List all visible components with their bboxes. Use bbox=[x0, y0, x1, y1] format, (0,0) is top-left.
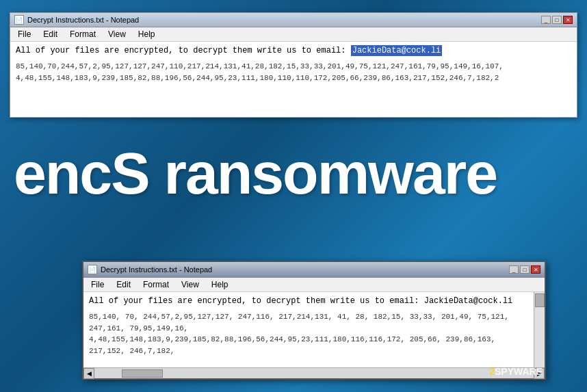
bottom-notepad-window: 📄 Decrypt Instructions.txt - Notepad _ □… bbox=[82, 261, 546, 380]
top-titlebar: 📄 Decrypt Instructions.txt - Notepad _ □… bbox=[10, 13, 577, 27]
minimize-button[interactable]: _ bbox=[541, 16, 551, 24]
bottom-close-button[interactable]: ✕ bbox=[531, 265, 540, 274]
hscroll-track[interactable] bbox=[94, 368, 534, 378]
bottom-window-title: Decrypt Instructions.txt - Notepad bbox=[101, 265, 212, 274]
menu-view[interactable]: View bbox=[106, 29, 128, 40]
encrypted-data: 85,140,70,244,57,2,95,127,127,247,110,21… bbox=[16, 61, 571, 83]
hscroll-left-button[interactable]: ◀ bbox=[83, 368, 94, 379]
menu-format[interactable]: Format bbox=[68, 29, 98, 40]
watermark-text: SPYWARE bbox=[495, 366, 543, 377]
watermark: 2SPYWARE bbox=[489, 366, 543, 377]
bottom-menubar: File Edit Format View Help bbox=[83, 278, 545, 292]
titlebar-controls[interactable]: _ □ ✕ bbox=[541, 16, 573, 24]
bottom-data-row-2: 4,48,155,148,183,9,239,185,82,88,196,56,… bbox=[89, 334, 528, 356]
bottom-message-text: All of your files are encrypted, to decr… bbox=[89, 296, 512, 306]
top-notepad-window: 📄 Decrypt Instructions.txt - Notepad _ □… bbox=[10, 12, 577, 118]
vertical-scrollbar[interactable] bbox=[534, 292, 545, 367]
menu-file[interactable]: File bbox=[16, 29, 33, 40]
close-button[interactable]: ✕ bbox=[563, 16, 573, 24]
notepad-icon: 📄 bbox=[14, 15, 24, 25]
menu-help[interactable]: Help bbox=[136, 29, 157, 40]
top-window-title: Decrypt Instructions.txt - Notepad bbox=[27, 16, 139, 24]
scrollbar-thumb[interactable] bbox=[535, 293, 545, 307]
bottom-text-area: All of your files are encrypted, to decr… bbox=[83, 292, 534, 367]
bottom-maximize-button[interactable]: □ bbox=[520, 265, 530, 274]
maximize-button[interactable]: □ bbox=[552, 16, 562, 24]
bottom-titlebar: 📄 Decrypt Instructions.txt - Notepad _ □… bbox=[83, 262, 545, 278]
bottom-minimize-button[interactable]: _ bbox=[509, 265, 519, 274]
watermark-number: 2 bbox=[489, 366, 495, 377]
encrypted-message-line: All of your files are encrypted, to decr… bbox=[16, 46, 571, 55]
top-menubar: File Edit Format View Help bbox=[10, 27, 577, 42]
bottom-titlebar-left: 📄 Decrypt Instructions.txt - Notepad bbox=[88, 265, 212, 274]
bottom-message-line: All of your files are encrypted, to decr… bbox=[89, 296, 528, 306]
bottom-content: All of your files are encrypted, to decr… bbox=[83, 292, 534, 367]
titlebar-left: 📄 Decrypt Instructions.txt - Notepad bbox=[14, 15, 139, 25]
bottom-notepad-icon: 📄 bbox=[88, 265, 97, 274]
hscroll-thumb[interactable] bbox=[122, 369, 163, 378]
bottom-titlebar-controls[interactable]: _ □ ✕ bbox=[509, 265, 540, 274]
menu-edit[interactable]: Edit bbox=[41, 29, 60, 40]
ransomware-title-text: encS ransomware bbox=[14, 144, 587, 202]
ransomware-title-section: encS ransomware bbox=[0, 144, 587, 202]
bottom-data-row-1: 85,140, 70, 244,57,2,95,127,127, 247,116… bbox=[89, 311, 528, 334]
message-prefix: All of your files are encrypted, to decr… bbox=[16, 46, 351, 55]
top-content: All of your files are encrypted, to decr… bbox=[10, 42, 577, 117]
bottom-menu-help[interactable]: Help bbox=[209, 279, 231, 290]
data-row-2: 4,48,155,148,183,9,239,185,82,88,196,56,… bbox=[16, 73, 571, 84]
scrollable-area: All of your files are encrypted, to decr… bbox=[83, 292, 545, 367]
bottom-menu-file[interactable]: File bbox=[89, 279, 106, 290]
bottom-menu-edit[interactable]: Edit bbox=[114, 279, 133, 290]
bottom-data: 85,140, 70, 244,57,2,95,127,127, 247,116… bbox=[89, 311, 528, 356]
email-address: JackieData@cock.li bbox=[351, 45, 443, 56]
horizontal-scrollbar[interactable]: ◀ ▶ bbox=[83, 367, 545, 378]
data-row-1: 85,140,70,244,57,2,95,127,127,247,110,21… bbox=[16, 61, 571, 73]
bottom-menu-view[interactable]: View bbox=[179, 279, 201, 290]
bottom-menu-format[interactable]: Format bbox=[141, 279, 171, 290]
